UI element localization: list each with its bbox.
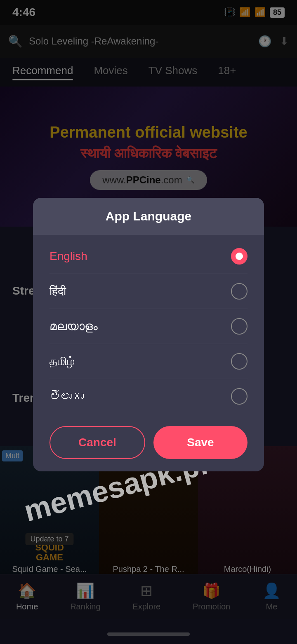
dialog-body: English हिंदी മലയാളം தமிழ் తెలుగు [33, 235, 264, 418]
radio-tamil[interactable] [231, 353, 248, 370]
language-item-malayalam[interactable]: മലയാളം [50, 309, 248, 344]
radio-malayalam[interactable] [231, 318, 248, 335]
language-label-tamil: தமிழ் [50, 355, 75, 368]
cancel-button[interactable]: Cancel [50, 426, 145, 459]
dialog-header: App Language [33, 198, 264, 235]
dialog-buttons: Cancel Save [33, 418, 264, 459]
language-label-telugu: తెలుగు [50, 390, 84, 403]
language-dialog: App Language English हिंदी മലയാളം தமிழ் … [33, 198, 264, 471]
radio-english[interactable] [231, 248, 248, 265]
language-item-telugu[interactable]: తెలుగు [50, 379, 248, 414]
language-label-hindi: हिंदी [50, 285, 66, 298]
radio-hindi[interactable] [231, 283, 248, 300]
language-label-malayalam: മലയാളം [50, 320, 98, 333]
radio-inner-english [236, 253, 243, 260]
language-item-tamil[interactable]: தமிழ் [50, 344, 248, 379]
language-label-english: English [50, 250, 87, 263]
dialog-title: App Language [45, 209, 252, 223]
language-item-english[interactable]: English [50, 239, 248, 274]
language-item-hindi[interactable]: हिंदी [50, 274, 248, 309]
save-button[interactable]: Save [153, 426, 248, 459]
radio-telugu[interactable] [231, 388, 248, 405]
